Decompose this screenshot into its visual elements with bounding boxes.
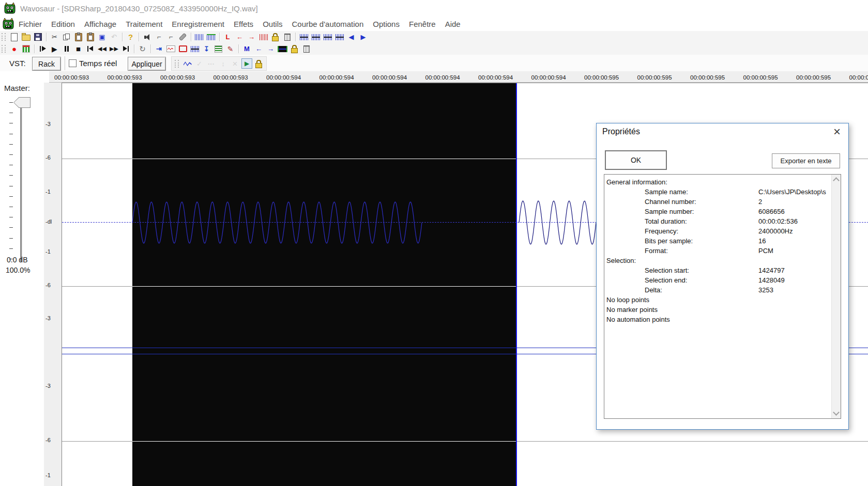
export-to-document-icon[interactable]: ⇥ xyxy=(154,44,164,54)
marker-set-icon[interactable]: M xyxy=(241,44,252,54)
copy-icon[interactable] xyxy=(61,32,72,42)
slider-tick xyxy=(9,186,13,186)
toolbar-grip[interactable] xyxy=(2,33,6,41)
automation-curve-icon[interactable] xyxy=(182,58,193,69)
toolbar-grip[interactable] xyxy=(2,45,6,53)
ruler-label: 00:00:00:594 xyxy=(372,74,407,81)
routing-b-icon[interactable]: ⌐ xyxy=(165,32,176,42)
loop-region-icon[interactable] xyxy=(258,32,269,42)
configuration-wrench-icon[interactable] xyxy=(177,32,188,42)
wavosaur-window: Wavosaur - [SDRSharp_20180430_072508Z_43… xyxy=(0,0,868,486)
region-markers-icon[interactable] xyxy=(189,44,200,54)
loop-playback-icon[interactable]: ↻ xyxy=(137,44,148,54)
properties-dialog: Propriétés × OK Exporter en texte Genera… xyxy=(596,123,849,430)
automation-validate-icon[interactable]: ✓ xyxy=(194,58,205,69)
routing-a-icon[interactable]: ⌐ xyxy=(154,32,164,42)
selection-end-snap-icon[interactable] xyxy=(322,32,333,42)
crop-selection-icon[interactable]: ▣ xyxy=(97,32,108,42)
automation-clear-icon[interactable]: × xyxy=(230,58,240,69)
paste-insert-icon[interactable] xyxy=(85,32,96,42)
audio-settings-icon[interactable] xyxy=(142,32,153,42)
vst-label: VST: xyxy=(9,59,26,68)
zoom-selection-icon[interactable] xyxy=(298,32,309,42)
time-ruler-strip[interactable]: 00:00:00:59300:00:00:59300:00:00:59300:0… xyxy=(49,71,868,83)
save-file-icon[interactable] xyxy=(33,32,43,42)
automation-lock-icon[interactable] xyxy=(253,58,264,69)
loop-go-start-icon[interactable]: ← xyxy=(234,32,245,42)
cursor-previous-icon[interactable]: ◀ xyxy=(346,32,357,42)
selection-bounds-icon[interactable] xyxy=(334,32,345,42)
realtime-checkbox[interactable] xyxy=(69,59,77,67)
menu-item-fen-tre[interactable]: Fenêtre xyxy=(404,18,440,30)
toolbar-separator xyxy=(134,44,134,53)
marker-lock-icon[interactable] xyxy=(289,44,300,54)
play-from-cursor-icon[interactable] xyxy=(37,44,48,54)
menu-item-courbe-d-automation[interactable]: Courbe d'automation xyxy=(287,18,368,30)
automation-scale-icon[interactable]: ↕ xyxy=(218,58,229,69)
record-icon[interactable]: ● xyxy=(9,44,20,54)
insert-silence-icon[interactable]: ↧ xyxy=(201,44,212,54)
export-text-button[interactable]: Exporter en texte xyxy=(772,153,840,168)
time-ruler[interactable]: 00:00:00:59300:00:00:59300:00:00:59300:0… xyxy=(0,71,868,83)
menu-item-options[interactable]: Options xyxy=(368,18,404,30)
pause-icon[interactable] xyxy=(61,44,72,54)
slider-tick xyxy=(9,154,13,155)
stop-icon[interactable]: ■ xyxy=(73,44,84,54)
statistics-icon[interactable] xyxy=(165,44,176,54)
marker-list-icon[interactable] xyxy=(213,44,224,54)
marker-previous-icon[interactable]: ← xyxy=(253,44,264,54)
help-icon[interactable]: ? xyxy=(125,32,136,42)
go-to-start-icon[interactable] xyxy=(85,44,96,54)
loop-lock-icon[interactable] xyxy=(270,32,281,42)
vst-apply-button[interactable]: Appliquer xyxy=(128,57,166,71)
waveform-zoom-icon[interactable] xyxy=(194,32,205,42)
new-file-icon[interactable] xyxy=(9,32,20,42)
go-to-end-icon[interactable] xyxy=(120,44,131,54)
master-slider-track[interactable] xyxy=(20,101,22,261)
db-scale-label: -6 xyxy=(45,282,51,288)
pencil-edit-icon[interactable]: ✎ xyxy=(225,44,236,54)
marker-delete-icon[interactable] xyxy=(301,44,312,54)
play-icon[interactable]: ▶ xyxy=(49,44,60,54)
loop-go-end-icon[interactable]: → xyxy=(246,32,257,42)
monitor-levels-icon[interactable] xyxy=(21,44,32,54)
menu-item-effets[interactable]: Effets xyxy=(229,18,258,30)
waveform-overview-icon[interactable] xyxy=(206,32,217,42)
loop-start-set-icon[interactable]: L xyxy=(222,32,233,42)
vst-rack-button[interactable]: Rack xyxy=(32,57,61,71)
fast-forward-icon[interactable]: ▶▶ xyxy=(109,44,119,54)
menu-item-fichier[interactable]: Fichier xyxy=(14,18,47,30)
master-slider-handle[interactable] xyxy=(13,97,31,108)
scroll-up-icon[interactable] xyxy=(833,177,840,184)
menu-item-traitement[interactable]: Traitement xyxy=(121,18,167,30)
property-label: No automation points xyxy=(606,315,670,324)
open-file-icon[interactable] xyxy=(21,32,32,42)
rewind-icon[interactable]: ◀◀ xyxy=(97,44,108,54)
slider-tick xyxy=(9,102,13,103)
menu-item-outils[interactable]: Outils xyxy=(258,18,287,30)
automation-preview-play-icon[interactable]: ▶ xyxy=(241,58,252,69)
ok-button[interactable]: OK xyxy=(605,150,667,170)
loop-delete-icon[interactable] xyxy=(282,32,293,42)
cut-icon[interactable]: ✂ xyxy=(49,32,60,42)
scroll-down-icon[interactable] xyxy=(833,409,840,416)
property-label: Bits per sample: xyxy=(645,236,693,246)
close-icon[interactable]: × xyxy=(829,124,845,139)
automation-points-icon[interactable]: ··· xyxy=(206,58,217,69)
marker-region-play-icon[interactable] xyxy=(277,44,288,54)
menu-item-affichage[interactable]: Affichage xyxy=(80,18,121,30)
properties-list[interactable]: General information:Sample name:C:\Users… xyxy=(604,174,841,419)
document-system-menu-icon[interactable] xyxy=(3,18,14,29)
undo-icon[interactable]: ↶ xyxy=(109,32,119,42)
scrollbar[interactable] xyxy=(831,175,841,418)
ruler-label: 00:00:00:595 xyxy=(690,74,725,81)
menu-item-enregistrement[interactable]: Enregistrement xyxy=(167,18,229,30)
selection-start-snap-icon[interactable] xyxy=(310,32,321,42)
text-marker-icon[interactable] xyxy=(177,44,188,54)
paste-icon[interactable] xyxy=(73,32,84,42)
menu-item-aide[interactable]: Aide xyxy=(440,18,465,30)
marker-next-icon[interactable]: → xyxy=(265,44,276,54)
cursor-next-icon[interactable]: ▶ xyxy=(358,32,369,42)
toolbar-grip[interactable] xyxy=(175,60,179,68)
menu-item-edition[interactable]: Edition xyxy=(47,18,80,30)
